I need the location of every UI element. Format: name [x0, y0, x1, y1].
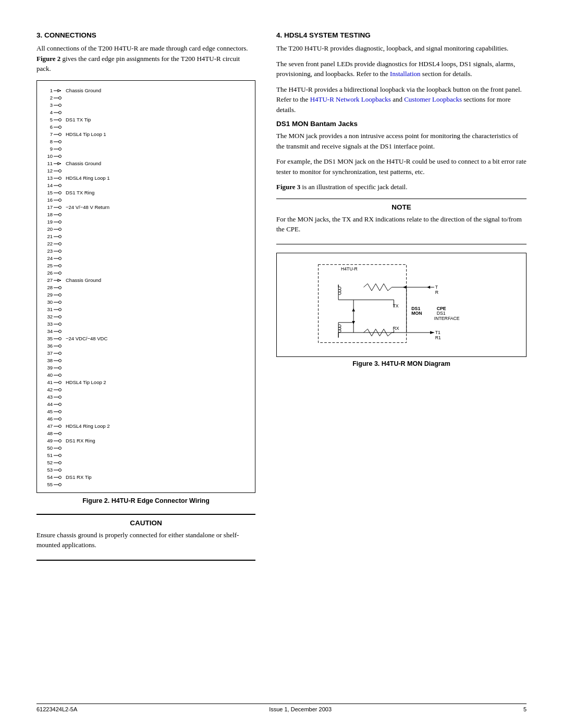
connector-pin-row: 45: [41, 408, 251, 415]
svg-point-15: [59, 133, 62, 135]
pin-connector-symbol: [53, 416, 64, 422]
connector-pin-row: 3: [41, 102, 251, 109]
pin-connector-symbol: [53, 445, 64, 451]
connector-pin-row: 51: [41, 452, 251, 459]
pin-connector-symbol: [53, 197, 64, 203]
pin-connector-symbol: [53, 102, 64, 108]
svg-marker-123: [427, 286, 430, 289]
connector-pin-row: 39: [41, 364, 251, 372]
svg-point-101: [59, 432, 62, 435]
pin-label: DS1 RX Tip: [66, 474, 92, 480]
pin-label: Chassis Ground: [66, 277, 101, 283]
figure3-caption: Figure 3. H4TU-R MON Diagram: [276, 360, 527, 367]
svg-marker-140: [430, 331, 434, 334]
pin-connector-symbol: [53, 409, 64, 415]
svg-point-21: [59, 155, 62, 157]
pin-connector-symbol: [53, 219, 64, 225]
pin-number: 30: [41, 299, 53, 305]
pin-connector-symbol: [53, 336, 64, 342]
svg-point-51: [59, 257, 62, 260]
pin-connector-symbol: [53, 212, 64, 218]
note-text: For the MON jacks, the TX and RX indicat…: [276, 214, 527, 235]
connector-pin-row: 7 HDSL4 Tip Loop 1: [41, 131, 251, 138]
connector-pin-row: 41 HDSL4 Tip Loop 2: [41, 379, 251, 386]
pin-number: 20: [41, 226, 53, 232]
caution-title: CAUTION: [36, 519, 255, 527]
pin-number: 31: [41, 306, 53, 312]
pin-connector-symbol: [53, 248, 64, 254]
pin-number: 50: [41, 445, 53, 451]
svg-text:R1: R1: [435, 335, 441, 340]
pin-label: Chassis Ground: [66, 88, 101, 93]
svg-point-91: [59, 396, 62, 398]
connector-pin-row: 30: [41, 299, 251, 306]
pin-connector-symbol: [53, 423, 64, 429]
svg-point-63: [59, 293, 62, 296]
pin-label: −24 V/−48 V Return: [66, 204, 109, 210]
pin-connector-symbol: [53, 153, 64, 159]
svg-text:CPE: CPE: [437, 305, 446, 311]
pin-connector-symbol: [53, 204, 64, 211]
pin-label: DS1 TX Ring: [66, 190, 94, 195]
pin-connector-symbol: [53, 226, 64, 232]
connector-pin-row: 48: [41, 430, 251, 437]
pin-number: 34: [41, 328, 53, 334]
svg-line-2: [58, 90, 61, 91]
svg-text:T1: T1: [435, 330, 440, 335]
svg-point-111: [59, 468, 62, 471]
connector-pin-row: 46: [41, 415, 251, 423]
pin-connector-symbol: [53, 306, 64, 313]
pin-number: 14: [41, 182, 53, 188]
connector-pin-row: 49 DS1 RX Ring: [41, 437, 251, 445]
installation-link[interactable]: Installation: [390, 70, 421, 78]
pin-number: 8: [41, 139, 53, 144]
connector-pin-row: 1 Chassis Ground: [41, 87, 251, 94]
ds1-mon-heading: DS1 MON Bantam Jacks: [276, 120, 527, 128]
pin-connector-symbol: [53, 117, 64, 123]
svg-point-43: [59, 228, 62, 230]
svg-text:INTERFACE: INTERFACE: [434, 316, 460, 321]
note-title: NOTE: [276, 203, 527, 211]
connections-heading: 3. CONNECTIONS: [36, 31, 255, 39]
pin-connector-symbol: [53, 255, 64, 262]
pin-connector-symbol: [53, 277, 64, 283]
pin-number: 23: [41, 248, 53, 254]
pin-connector-symbol: [53, 474, 64, 480]
pin-label: DS1 TX Tip: [66, 117, 91, 122]
pin-number: 28: [41, 285, 53, 290]
customer-loopbacks-link[interactable]: Customer Loopbacks: [404, 95, 462, 103]
svg-point-65: [59, 301, 62, 303]
svg-point-69: [59, 315, 62, 318]
connector-pin-row: 20: [41, 226, 251, 233]
svg-point-103: [59, 439, 62, 442]
pin-number: 11: [41, 161, 53, 166]
svg-text:DS1: DS1: [437, 311, 446, 316]
pin-connector-symbol: [53, 438, 64, 444]
connector-pin-row: 22: [41, 240, 251, 248]
connector-pin-row: 8: [41, 138, 251, 145]
pin-number: 12: [41, 168, 53, 174]
pin-number: 43: [41, 394, 53, 400]
svg-text:H4TU-R: H4TU-R: [341, 266, 358, 272]
svg-point-47: [59, 242, 62, 245]
pin-label: Chassis Ground: [66, 161, 101, 166]
svg-point-31: [59, 184, 62, 187]
pin-connector-symbol: [53, 452, 64, 459]
pin-connector-symbol: [53, 285, 64, 291]
pin-connector-symbol: [53, 182, 64, 189]
pin-connector-symbol: [53, 460, 64, 466]
svg-point-109: [59, 461, 62, 464]
pin-connector-symbol: [53, 372, 64, 378]
pin-connector-symbol: [53, 233, 64, 240]
pin-number: 24: [41, 255, 53, 261]
network-loopbacks-link[interactable]: H4TU-R Network Loopbacks: [310, 95, 391, 103]
connector-pin-row: 52: [41, 459, 251, 466]
connector-pin-row: 47 HDSL4 Ring Loop 2: [41, 423, 251, 430]
footer-left: 61223424L2-5A: [36, 706, 77, 712]
pin-connector-symbol: [53, 161, 64, 167]
pin-number: 10: [41, 153, 53, 159]
pin-number: 46: [41, 416, 53, 422]
connector-pin-row: 9: [41, 145, 251, 153]
pin-connector-symbol: [53, 124, 64, 130]
svg-point-95: [59, 410, 62, 413]
